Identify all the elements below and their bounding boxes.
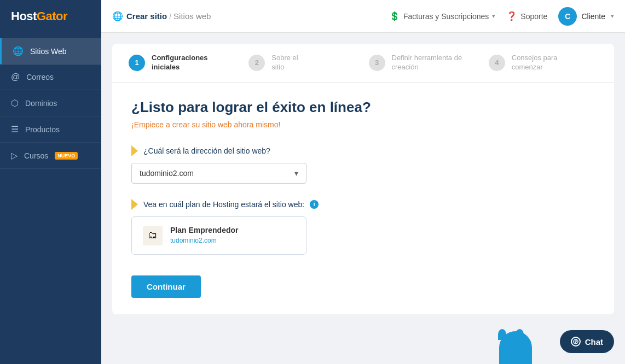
billing-chevron-icon: ▾ (492, 13, 495, 20)
plan-domain: tudominio2.com (170, 237, 238, 244)
breadcrumb: Crear sitio / Sitios web (126, 11, 211, 21)
plan-icon: 🗂 (143, 226, 163, 245)
plan-flag-icon (131, 199, 138, 210)
breadcrumb-sep: / (169, 12, 171, 21)
sidebar-item-label: Dominios (25, 99, 57, 108)
flag-icon (131, 145, 138, 156)
step-1-label: Configuracionesiniciales (152, 54, 208, 72)
sidebar-item-sitios-web[interactable]: 🌐 Sitios Web (0, 38, 101, 64)
header-right: 💲 Facturas y Suscripciones ▾ ❓ Soporte C… (389, 7, 614, 26)
step-2-label: Sobre elsitio (271, 54, 298, 72)
support-icon: ❓ (506, 11, 517, 21)
chat-label: Chat (585, 337, 603, 347)
mascot (494, 331, 537, 364)
sidebar-item-label: Correos (26, 73, 54, 81)
logo-text: HostGator (11, 9, 67, 24)
plan-card-inner: 🗂 Plan Emprendedor tudominio2.com (143, 226, 295, 245)
sidebar-item-label: Sitios Web (30, 47, 67, 56)
correos-icon: @ (11, 72, 20, 82)
new-badge: NUEVO (55, 152, 78, 160)
globe-icon: 🌐 (112, 11, 123, 21)
sidebar: 🌐 Sitios Web @ Correos ⬡ Dominios ☰ Prod… (0, 33, 101, 364)
step-2: 2 Sobre elsitio (243, 44, 363, 82)
plan-info: Plan Emprendedor tudominio2.com (170, 226, 238, 244)
domain-value: tudominio2.com (140, 169, 194, 178)
dominios-icon: ⬡ (11, 98, 19, 108)
billing-icon: 💲 (389, 11, 400, 21)
step-2-num: 2 (248, 55, 265, 71)
sidebar-item-label: Productos (25, 125, 60, 134)
step-3-label: Definir herramienta decreación (392, 54, 462, 72)
breadcrumb-current: Crear sitio (126, 11, 167, 21)
step-4-num: 4 (489, 55, 505, 71)
wizard-card: 1 Configuracionesiniciales 2 Sobre elsit… (112, 44, 614, 314)
client-button[interactable]: C Cliente ▾ (558, 7, 614, 26)
billing-label: Facturas y Suscripciones (403, 12, 489, 21)
logo: HostGator (0, 0, 101, 33)
mascot-head (499, 331, 532, 364)
step-3: 3 Definir herramienta decreación (363, 44, 483, 82)
chat-bubble-icon (571, 337, 581, 347)
plan-label: Vea en cuál plan de Hosting estará el si… (143, 200, 304, 209)
client-name: Cliente (581, 12, 605, 21)
cursos-icon: ▷ (11, 150, 18, 161)
steps-bar: 1 Configuracionesiniciales 2 Sobre elsit… (112, 44, 614, 83)
plan-name: Plan Emprendedor (170, 226, 238, 234)
header-nav: 🌐 Crear sitio / Sitios web (101, 11, 389, 21)
chat-button[interactable]: Chat (560, 330, 614, 353)
header: HostGator 🌐 Crear sitio / Sitios web 💲 F… (0, 0, 625, 33)
sidebar-item-correos[interactable]: @ Correos (0, 64, 101, 90)
plan-section: Vea en cuál plan de Hosting estará el si… (131, 199, 595, 255)
productos-icon: ☰ (11, 124, 19, 134)
domain-label-row: ¿Cuál será la dirección del sitio web? (131, 145, 595, 156)
info-icon[interactable]: i (310, 200, 319, 209)
billing-button[interactable]: 💲 Facturas y Suscripciones ▾ (389, 11, 495, 21)
breadcrumb-parent: Sitios web (173, 11, 211, 21)
client-chevron-icon: ▾ (611, 13, 614, 20)
wizard-title: ¿Listo para lograr el éxito en línea? (131, 99, 595, 116)
support-button[interactable]: ❓ Soporte (506, 11, 547, 21)
plan-card: 🗂 Plan Emprendedor tudominio2.com (131, 216, 306, 255)
avatar: C (558, 7, 577, 26)
layout: 🌐 Sitios Web @ Correos ⬡ Dominios ☰ Prod… (0, 33, 625, 364)
step-1-num: 1 (129, 55, 145, 71)
sidebar-item-cursos[interactable]: ▷ Cursos NUEVO (0, 143, 101, 169)
sidebar-item-label: Cursos (24, 151, 48, 160)
wizard-body: ¿Listo para lograr el éxito en línea? ¡E… (112, 83, 614, 314)
support-label: Soporte (520, 12, 547, 21)
domain-section: ¿Cuál será la dirección del sitio web? t… (131, 145, 595, 184)
step-1: 1 Configuracionesiniciales (123, 44, 243, 82)
sitios-web-icon: 🌐 (13, 46, 24, 56)
domain-chevron-icon: ▾ (294, 169, 298, 178)
main-content: 1 Configuracionesiniciales 2 Sobre elsit… (101, 33, 625, 364)
step-4: 4 Consejos paracomenzar (483, 44, 603, 82)
wizard-subtitle: ¡Empiece a crear su sitio web ahora mism… (131, 120, 595, 129)
plan-label-row: Vea en cuál plan de Hosting estará el si… (131, 199, 595, 210)
step-3-num: 3 (369, 55, 385, 71)
domain-select[interactable]: tudominio2.com ▾ (131, 163, 306, 184)
continue-button[interactable]: Continuar (131, 275, 201, 298)
sidebar-item-productos[interactable]: ☰ Productos (0, 116, 101, 143)
domain-label: ¿Cuál será la dirección del sitio web? (143, 146, 270, 155)
sidebar-item-dominios[interactable]: ⬡ Dominios (0, 90, 101, 116)
step-4-label: Consejos paracomenzar (512, 54, 558, 72)
